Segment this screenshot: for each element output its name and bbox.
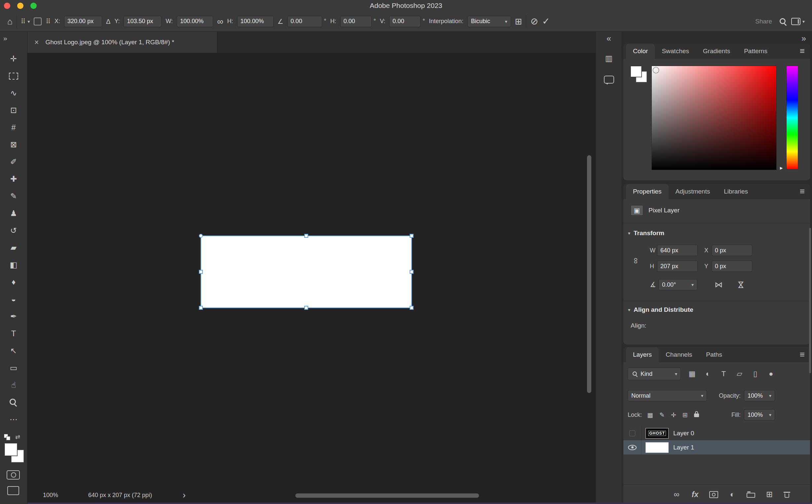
lasso-tool[interactable]: ∿ [0, 85, 27, 102]
visibility-toggle[interactable] [629, 430, 635, 436]
foreground-color-swatch[interactable] [631, 66, 642, 77]
history-brush-tool[interactable]: ↺ [0, 222, 27, 239]
link-layers-icon[interactable]: ∞ [672, 490, 681, 499]
transform-section-header[interactable]: ▾ Transform [628, 230, 664, 237]
y-input[interactable] [124, 16, 162, 27]
layer-thumbnail[interactable] [646, 442, 669, 453]
blend-mode-select[interactable]: Normal ▾ [628, 390, 707, 401]
gradient-tool[interactable]: ◧ [0, 256, 27, 273]
layer-styles-icon[interactable]: fx [691, 490, 699, 499]
lock-transparency-icon[interactable]: ▦ [647, 411, 653, 419]
tab-gradients[interactable]: Gradients [696, 44, 737, 59]
lock-paint-icon[interactable]: ✎ [659, 411, 665, 419]
eraser-tool[interactable]: ▰ [0, 239, 27, 256]
add-layer-mask-icon[interactable] [709, 491, 718, 498]
expand-panels-icon[interactable]: » [801, 34, 806, 43]
filter-shape-layers-icon[interactable]: ▱ [735, 370, 743, 378]
tab-properties[interactable]: Properties [626, 184, 669, 199]
commit-transform-icon[interactable]: ✓ [542, 17, 550, 26]
rotation-select[interactable]: 0.00° ▾ [658, 279, 697, 290]
filter-type-layers-icon[interactable]: T [720, 370, 728, 378]
tab-paths[interactable]: Paths [699, 347, 729, 362]
collapse-panels-icon[interactable]: « [607, 34, 611, 43]
transform-height-input[interactable] [657, 261, 698, 272]
history-panel-icon[interactable]: ▥ [605, 54, 613, 63]
filter-smart-objects-icon[interactable]: ▯ [751, 370, 759, 378]
panel-menu-icon[interactable]: ≡ [794, 347, 810, 362]
transform-handle[interactable] [199, 306, 203, 310]
home-icon[interactable]: ⌂ [7, 17, 13, 26]
transform-handle[interactable] [410, 234, 414, 238]
dodge-tool[interactable]: ◒ [0, 291, 27, 308]
x-input[interactable] [64, 16, 102, 27]
horizontal-scrollbar[interactable] [295, 493, 479, 498]
new-group-icon[interactable] [747, 491, 755, 498]
delete-layer-icon[interactable] [784, 491, 792, 498]
zoom-level[interactable]: 100% [43, 492, 88, 499]
reference-point-locator-icon[interactable]: ⠿ [46, 18, 51, 25]
layer-filter-toggle[interactable]: ● [767, 370, 775, 378]
tab-adjustments[interactable]: Adjustments [669, 184, 717, 199]
spot-healing-brush-tool[interactable]: ✚ [0, 170, 27, 188]
transform-x-input[interactable] [712, 245, 752, 256]
screen-mode-icon[interactable] [7, 486, 19, 495]
layer-filter-select[interactable]: Kind ▾ [628, 368, 681, 380]
close-tab-icon[interactable]: × [34, 38, 39, 47]
visibility-eye-icon[interactable] [628, 445, 637, 450]
minimize-window-button[interactable] [17, 3, 23, 9]
zoom-tool[interactable] [0, 394, 27, 411]
warp-mode-icon[interactable]: ⊞ [515, 17, 522, 26]
canvas[interactable]: 100% 640 px x 207 px (72 ppi) › [27, 53, 596, 504]
vertical-scrollbar[interactable] [587, 155, 591, 393]
frame-tool[interactable]: ⊠ [0, 136, 27, 153]
move-tool[interactable]: ✛ [0, 50, 27, 67]
rotation-input[interactable] [287, 16, 322, 27]
layer-name[interactable]: Layer 1 [673, 444, 694, 451]
layer-row[interactable]: GHOST Layer 0 [623, 426, 810, 440]
switch-colors-icon[interactable]: ⇄ [15, 433, 20, 441]
panel-scrollbar[interactable] [809, 228, 811, 373]
tab-libraries[interactable]: Libraries [717, 184, 755, 199]
object-selection-tool[interactable]: ⊡ [0, 102, 27, 119]
lock-all-icon[interactable] [694, 411, 700, 418]
filter-adjustment-layers-icon[interactable]: ◐ [704, 370, 712, 378]
brush-tool[interactable]: ✎ [0, 188, 27, 205]
transform-handle[interactable] [410, 270, 414, 274]
rectangle-tool[interactable]: ▭ [0, 359, 27, 377]
fill-select[interactable]: 100% ▾ [744, 409, 775, 420]
lock-position-icon[interactable]: ✛ [671, 411, 676, 419]
transform-handle[interactable] [304, 306, 308, 310]
eyedropper-tool[interactable]: ✐ [0, 153, 27, 170]
reference-point-checkbox[interactable] [34, 18, 42, 25]
search-icon[interactable] [779, 17, 787, 26]
flip-horizontal-icon[interactable]: ⋈ [715, 280, 722, 289]
share-button[interactable]: Share [753, 18, 775, 25]
color-picker-ring[interactable] [653, 67, 659, 73]
tab-color[interactable]: Color [626, 44, 655, 59]
height-input[interactable] [237, 16, 274, 27]
transform-handle[interactable] [199, 234, 203, 238]
zoom-window-button[interactable] [30, 3, 37, 9]
rectangular-marquee-tool[interactable] [0, 67, 27, 85]
transform-handle[interactable] [410, 306, 414, 310]
clone-stamp-tool[interactable]: ♟ [0, 205, 27, 222]
hue-slider[interactable] [786, 66, 798, 169]
new-layer-icon[interactable]: ⊞ [765, 490, 774, 499]
pen-tool[interactable]: ✒ [0, 308, 27, 325]
edit-toolbar-icon[interactable]: ⋯ [0, 411, 27, 428]
workspace-switcher[interactable]: ▾ [791, 18, 805, 25]
saturation-brightness-field[interactable] [651, 66, 777, 170]
blur-tool[interactable]: ♦ [0, 273, 27, 291]
interpolation-select[interactable]: Bicubic ▾ [467, 16, 511, 27]
crop-tool[interactable]: # [0, 119, 27, 136]
tab-swatches[interactable]: Swatches [655, 44, 696, 59]
layer-thumbnail[interactable]: GHOST [646, 428, 669, 439]
transform-width-input[interactable] [657, 245, 698, 256]
transform-y-input[interactable] [712, 261, 752, 272]
cancel-transform-icon[interactable]: ⊘ [530, 17, 538, 26]
tab-patterns[interactable]: Patterns [737, 44, 774, 59]
link-dimensions-icon[interactable]: ∞ [631, 258, 641, 264]
layer-row[interactable]: Layer 1 [623, 440, 810, 454]
relative-position-icon[interactable]: Δ [106, 18, 110, 25]
layer-name[interactable]: Layer 0 [673, 430, 694, 437]
